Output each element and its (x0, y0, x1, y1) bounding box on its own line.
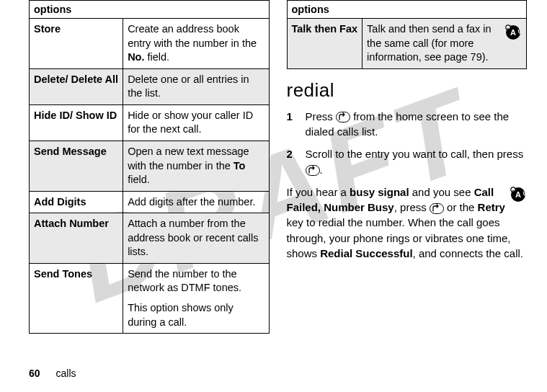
chapter-name: calls (56, 368, 76, 379)
right-column: options Talk then Fax +A Talk and then s… (287, 0, 528, 334)
table-row: Attach Number Attach a number from the a… (30, 213, 270, 264)
left-column: options Store Create an address book ent… (29, 0, 270, 334)
table-row: Store Create an address book entry with … (30, 19, 270, 69)
option-term: Send Message (30, 141, 123, 191)
table-header: options (287, 1, 527, 19)
option-term: Delete/ Delete All (30, 68, 123, 104)
option-term: Talk then Fax (287, 19, 363, 69)
page-footer: 60calls (29, 368, 76, 379)
table-header: options (30, 1, 270, 19)
feature-availability-icon: +A (504, 24, 522, 45)
send-key-icon (306, 165, 320, 176)
step-item: Press from the home screen to see the di… (287, 109, 528, 140)
option-desc: Add digits after the number. (123, 191, 269, 213)
svg-text:+: + (507, 26, 510, 30)
table-row: Talk then Fax +A Talk and then send a fa… (287, 19, 527, 69)
section-heading-redial: redial (287, 79, 528, 102)
option-desc: Send the number to the network as DTMF t… (123, 263, 269, 333)
table-row: Add Digits Add digits after the number. (30, 191, 270, 213)
send-key-icon (430, 203, 444, 214)
option-term: Hide ID/ Show ID (30, 104, 123, 141)
option-term: Attach Number (30, 213, 123, 264)
step-item: Scroll to the entry you want to call, th… (287, 146, 528, 177)
option-desc: Attach a number from the address book or… (123, 213, 269, 264)
send-key-icon (336, 112, 350, 122)
busy-signal-paragraph: +A If you hear a busy signal and you see… (287, 184, 528, 261)
option-desc: +A Talk and then send a fax in the same … (363, 19, 527, 69)
option-term: Store (30, 19, 123, 69)
table-row: Delete/ Delete All Delete one or all ent… (30, 68, 270, 104)
table-row: Send Tones Send the number to the networ… (30, 263, 270, 333)
page-number: 60 (29, 368, 40, 379)
steps-list: Press from the home screen to see the di… (287, 109, 528, 177)
option-desc: Hide or show your caller ID for the next… (123, 104, 269, 141)
svg-text:A: A (515, 190, 521, 199)
options-table-left: options Store Create an address book ent… (29, 0, 270, 334)
svg-text:+: + (512, 188, 515, 192)
option-desc: Delete one or all entries in the list. (123, 68, 269, 104)
svg-text:A: A (510, 28, 516, 37)
option-desc: Create an address book entry with the nu… (123, 19, 269, 69)
options-table-right: options Talk then Fax +A Talk and then s… (287, 0, 528, 69)
option-desc: Open a new text message with the number … (123, 141, 269, 191)
table-row: Send Message Open a new text message wit… (30, 141, 270, 191)
option-term: Add Digits (30, 191, 123, 213)
option-term: Send Tones (30, 263, 123, 333)
table-row: Hide ID/ Show ID Hide or show your calle… (30, 104, 270, 141)
feature-availability-icon: +A (510, 186, 527, 207)
